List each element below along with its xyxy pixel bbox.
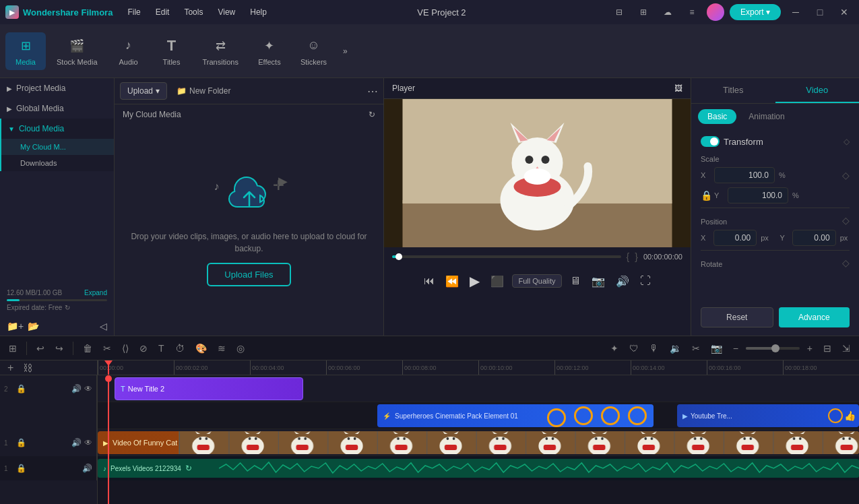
my-cloud-media-item[interactable]: My Cloud M... — [1, 139, 114, 155]
tool-effects[interactable]: ✦ Effects — [249, 32, 290, 70]
open-folder-icon[interactable]: 📂 — [28, 321, 39, 332]
play-btn[interactable]: ▶ — [467, 270, 482, 292]
audio-clip[interactable]: ♪ Pexels Videos 2122934 ↻ — [98, 459, 859, 478]
grid2-icon[interactable]: ⊟ — [820, 341, 835, 356]
audio-lock-icon[interactable]: 🔒 — [16, 464, 26, 473]
progress-bar[interactable] — [392, 255, 621, 258]
transform-toggle[interactable] — [701, 136, 720, 147]
expand-icon[interactable]: ⇲ — [839, 341, 854, 356]
close-btn[interactable]: ✕ — [835, 3, 854, 22]
subtab-basic[interactable]: Basic — [698, 109, 736, 124]
scale-y-input[interactable]: 100.0 — [728, 187, 788, 203]
tab-titles[interactable]: Titles — [691, 78, 775, 103]
position-y-input[interactable]: 0.00 — [792, 230, 836, 246]
monitor-icon[interactable]: 🖥 — [567, 272, 583, 290]
add-folder-icon[interactable]: 📁+ — [7, 321, 24, 332]
superheroes-clip[interactable]: ⚡ Superheroes Cinematic Pack Element 01 — [377, 404, 654, 427]
menu-edit[interactable]: Edit — [149, 5, 177, 20]
paint-btn[interactable]: 🎨 — [192, 341, 210, 356]
camera-btn[interactable]: 📷 — [707, 341, 726, 356]
transform-reset-icon[interactable]: ◇ — [844, 137, 850, 146]
scale-x-reset-icon[interactable]: ◇ — [842, 170, 850, 181]
tool-transitions[interactable]: ⇄ Transitions — [195, 32, 247, 70]
advance-button[interactable]: Advance — [779, 307, 850, 327]
delete-btn[interactable]: 🗑 — [79, 341, 96, 356]
media-more-icon[interactable]: ⋯ — [367, 85, 378, 98]
track-1-mute-icon[interactable]: 🔊 — [71, 438, 82, 447]
position-x-input[interactable]: 0.00 — [713, 230, 757, 246]
scissors-btn[interactable]: ✂ — [689, 341, 703, 356]
toolbar-more[interactable]: » — [338, 44, 353, 59]
reset-button[interactable]: Reset — [701, 307, 773, 327]
track-2-mute-icon[interactable]: 🔊 — [71, 384, 82, 393]
menu-file[interactable]: File — [121, 5, 147, 20]
frame-back-btn[interactable]: ⏪ — [443, 272, 462, 290]
tool-media[interactable]: ⊞ Media — [5, 32, 46, 70]
downloads-item[interactable]: Downloads — [1, 155, 114, 171]
global-media-item[interactable]: ▶ Global Media — [0, 98, 114, 119]
new-title-2-clip[interactable]: T New Title 2 — [115, 377, 303, 400]
scale-y-lock-icon[interactable]: 🔒 — [701, 190, 710, 201]
minimize-btn[interactable]: ─ — [786, 3, 805, 22]
collapse-icon[interactable]: ◁ — [100, 321, 107, 332]
subtab-animation[interactable]: Animation — [739, 109, 794, 124]
magic-btn[interactable]: ✦ — [607, 341, 622, 356]
refresh-icon[interactable]: ↻ — [65, 304, 70, 311]
crop-btn[interactable]: ⊘ — [136, 341, 151, 356]
download-icon[interactable]: ☁ — [658, 3, 677, 22]
tool-stickers[interactable]: ☺ Stickers — [292, 32, 335, 70]
tool-audio[interactable]: ♪ Audio — [108, 32, 149, 70]
mic-btn[interactable]: 🎙 — [646, 341, 662, 356]
text-btn[interactable]: T — [155, 341, 168, 356]
snapshot-icon[interactable]: 📷 — [589, 272, 608, 290]
scale-x-input[interactable]: 100.0 — [714, 167, 775, 183]
shield-btn[interactable]: 🛡 — [626, 341, 642, 356]
menu-tools[interactable]: Tools — [177, 5, 210, 20]
stabilize-btn[interactable]: ◎ — [233, 341, 248, 356]
tool-stock-media[interactable]: 🎬 Stock Media — [49, 32, 106, 70]
track-2-lock-icon[interactable]: 🔒 — [16, 384, 26, 393]
audio-stretch-btn[interactable]: ≋ — [214, 341, 229, 356]
grid-view-icon[interactable]: ⊞ — [634, 3, 653, 22]
export-button[interactable]: Export ▾ — [730, 4, 781, 20]
audio-mute-icon[interactable]: 🔊 — [82, 464, 92, 473]
mark-in-icon[interactable]: { — [627, 251, 630, 262]
timer-btn[interactable]: ⏱ — [172, 341, 188, 356]
menu-icon[interactable]: ≡ — [682, 3, 701, 22]
menu-view[interactable]: View — [211, 5, 242, 20]
expand-label[interactable]: Expand — [84, 289, 107, 296]
zoom-out-btn[interactable]: − — [730, 341, 742, 356]
tool-titles[interactable]: T Titles — [152, 32, 192, 70]
ripple-btn[interactable]: ⟨⟩ — [119, 341, 132, 356]
maximize-btn[interactable]: □ — [810, 3, 829, 22]
track-1-eye-icon[interactable]: 👁 — [84, 438, 92, 447]
minimize-window-icon[interactable]: ⊟ — [610, 3, 629, 22]
skip-back-btn[interactable]: ⏮ — [421, 272, 437, 290]
fullscreen-icon[interactable]: ⛶ — [637, 272, 654, 290]
stop-btn[interactable]: ⬛ — [488, 272, 507, 290]
volume-icon[interactable]: 🔊 — [613, 272, 632, 290]
redo-btn[interactable]: ↪ — [52, 341, 67, 356]
zoom-in-btn[interactable]: + — [804, 341, 816, 356]
upload-files-button[interactable]: Upload Files — [207, 263, 290, 286]
project-media-item[interactable]: ▶ Project Media — [0, 78, 114, 98]
video-clip[interactable]: ▶ Video Of Funny Cat — [98, 431, 859, 454]
menu-help[interactable]: Help — [243, 5, 274, 20]
upload-button[interactable]: Upload ▾ — [120, 82, 167, 100]
tab-video[interactable]: Video — [775, 78, 860, 103]
new-folder-button[interactable]: 📁 New Folder — [171, 83, 236, 99]
cloud-refresh-icon[interactable]: ↻ — [369, 110, 375, 119]
cloud-media-item[interactable]: ▼ Cloud Media — [1, 119, 114, 139]
quality-button[interactable]: Full Quality — [512, 274, 561, 288]
layout-icon[interactable]: ⊞ — [5, 341, 20, 356]
youtube-clip[interactable]: ▶ Youtube Tre... 👍 — [677, 404, 859, 427]
add-track-icon[interactable]: + — [4, 360, 17, 376]
position-reset-icon[interactable]: ◇ — [842, 215, 850, 226]
voice-btn[interactable]: 🔉 — [666, 341, 685, 356]
undo-btn[interactable]: ↩ — [33, 341, 48, 356]
cut-btn[interactable]: ✂ — [100, 341, 115, 356]
rotate-reset-icon[interactable]: ◇ — [842, 257, 850, 268]
avatar[interactable] — [707, 3, 724, 21]
track-1-lock-icon[interactable]: 🔒 — [16, 438, 26, 447]
link-tracks-icon[interactable]: ⛓ — [20, 360, 36, 375]
